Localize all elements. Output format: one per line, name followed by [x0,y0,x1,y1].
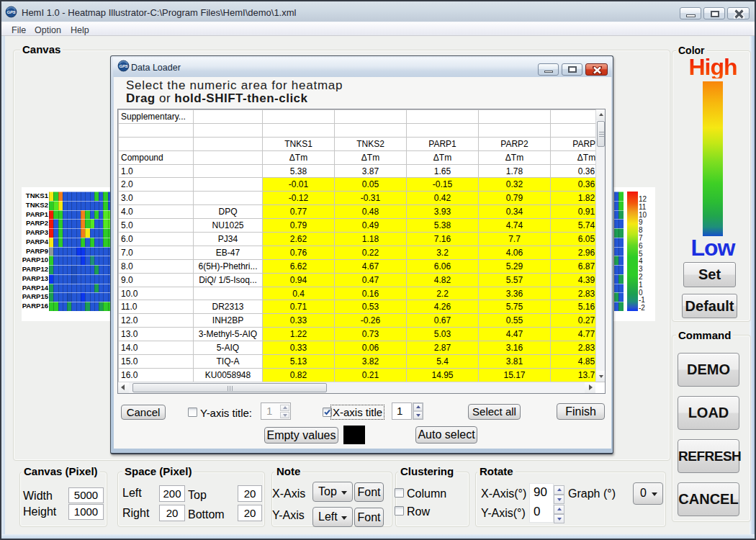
svg-text:GPS: GPS [6,10,15,14]
svg-text:GPS: GPS [119,64,127,68]
